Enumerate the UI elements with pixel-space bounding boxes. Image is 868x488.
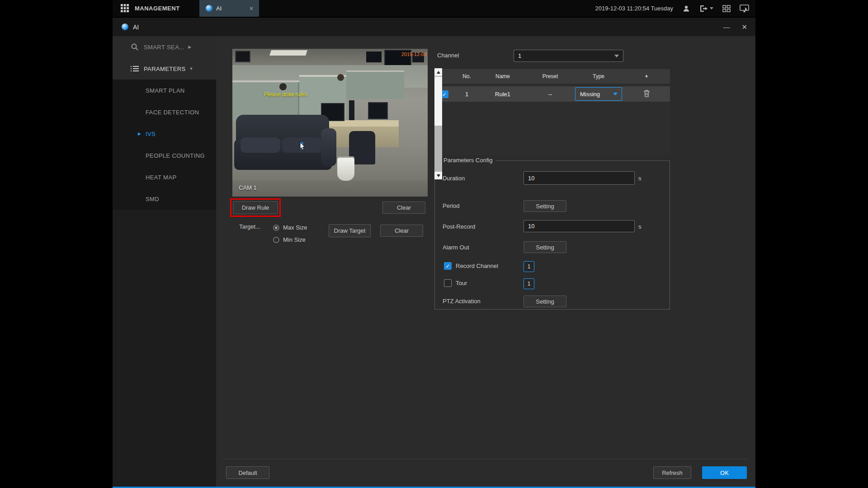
channel-select[interactable]: 1 <box>514 50 623 62</box>
ceiling-light-shape <box>269 50 307 56</box>
ok-button[interactable]: OK <box>702 466 747 479</box>
period-setting-button[interactable]: Setting <box>524 200 566 212</box>
logout-caret-icon <box>710 7 713 9</box>
display-output-icon[interactable] <box>740 5 749 13</box>
tour-label: Tour <box>456 280 467 286</box>
rule-type-select[interactable]: Missing <box>575 87 622 101</box>
selected-arrow-icon: ▶ <box>138 131 141 136</box>
scroll-up-button[interactable] <box>434 68 442 76</box>
alarm-out-setting-button[interactable]: Setting <box>524 241 566 253</box>
camera-preview[interactable]: Please draw rules CAM 1 2019-12-03 <box>232 49 428 197</box>
person-head-shape <box>337 74 344 81</box>
max-size-radio[interactable] <box>273 225 279 231</box>
header-type: Type <box>574 73 623 80</box>
couch-arm-shape <box>321 128 336 166</box>
sidebar-item-smart-plan[interactable]: SMART PLAN <box>113 80 216 101</box>
delete-rule-cell <box>623 90 670 99</box>
minimize-button[interactable]: — <box>723 23 730 31</box>
footer-divider <box>224 459 748 459</box>
sidebar-item-smart-search[interactable]: SMART SEA... ▶ <box>113 36 216 58</box>
datetime: 2019-12-03 11:20:54 Tuesday <box>595 5 673 12</box>
parameters-config-group: Parameters Config Duration s Period Sett… <box>434 160 670 310</box>
multiscreen-icon[interactable] <box>722 5 731 12</box>
window-body: SMART SEA... ▶ PARAMETERS ▼ SMART PLAN <box>113 36 755 487</box>
draw-target-button[interactable]: Draw Target <box>329 224 371 237</box>
scrollbar-thumb[interactable] <box>434 77 442 126</box>
post-record-input[interactable] <box>524 220 635 232</box>
channel-label: Channel <box>437 52 459 59</box>
sidebar-item-label: SMART PLAN <box>146 87 185 94</box>
duration-label: Duration <box>443 175 465 182</box>
sidebar-item-parameters[interactable]: PARAMETERS ▼ <box>113 58 216 80</box>
refresh-button[interactable]: Refresh <box>653 466 691 479</box>
sidebar-item-ivs[interactable]: ▶ IVS <box>113 123 216 145</box>
chevron-down-icon <box>613 93 618 95</box>
clear-rule-button[interactable]: Clear <box>382 202 425 214</box>
alarm-out-label: Alarm Out <box>443 244 469 251</box>
params-scrollbar[interactable] <box>434 68 442 179</box>
arrow-down-icon <box>437 174 440 177</box>
parameters-config-title: Parameters Config <box>440 157 495 164</box>
sidebar: SMART SEA... ▶ PARAMETERS ▼ SMART PLAN <box>113 36 216 487</box>
sidebar-item-people-counting[interactable]: PEOPLE COUNTING <box>113 145 216 166</box>
sidebar-item-label: FACE DETECTION <box>146 109 199 116</box>
record-channel-label: Record Channel <box>456 263 498 269</box>
tour-checkbox[interactable] <box>444 279 452 287</box>
person-head-shape <box>279 83 287 90</box>
arrow-up-icon <box>437 71 440 74</box>
desk-top-shape <box>317 120 399 127</box>
sidebar-item-label: SMART SEA... <box>144 44 184 51</box>
max-size-label: Max Size <box>283 224 307 231</box>
tour-value-button[interactable]: 1 <box>524 278 534 289</box>
target-label: Target... <box>239 223 260 230</box>
chevron-right-icon: ▶ <box>188 45 191 49</box>
close-button[interactable]: ✕ <box>741 23 747 31</box>
header-name: Name <box>479 73 526 80</box>
ai-window: AI — ✕ SMART SEA... ▶ <box>113 18 755 488</box>
sidebar-item-label: HEAT MAP <box>146 174 176 181</box>
wall-tv-shape <box>235 51 250 62</box>
sidebar-item-smd[interactable]: SMD <box>113 188 216 210</box>
management-home[interactable]: MANAGEMENT <box>113 4 180 13</box>
channel-value: 1 <box>518 52 521 59</box>
trash-bin-shape <box>337 156 354 181</box>
ivs-config-panel: Please draw rules CAM 1 2019-12-03 Draw … <box>216 36 755 487</box>
video-timestamp-overlay: 2019-12-03 <box>401 52 427 57</box>
sidebar-item-heat-map[interactable]: HEAT MAP <box>113 166 216 188</box>
mouse-cursor-icon <box>299 142 307 151</box>
duration-input[interactable] <box>524 171 635 185</box>
default-button[interactable]: Default <box>226 466 269 479</box>
floor-shape <box>232 180 428 197</box>
window-titlebar[interactable]: AI — ✕ <box>113 18 755 36</box>
record-channel-checkbox[interactable] <box>444 262 452 270</box>
min-size-radio[interactable] <box>273 237 279 243</box>
rules-table-header: No. Name Preset Type + <box>434 69 670 84</box>
trash-icon[interactable] <box>643 90 650 97</box>
management-grid-icon[interactable] <box>121 4 129 13</box>
screen: MANAGEMENT AI ✕ 2019-12-03 11:20:54 Tues… <box>0 0 868 488</box>
record-channel-value-button[interactable]: 1 <box>524 261 534 272</box>
add-rule-button[interactable]: + <box>623 73 670 80</box>
min-size-label: Min Size <box>283 236 306 243</box>
sidebar-item-face-detection[interactable]: FACE DETECTION <box>113 101 216 123</box>
smart-search-icon <box>131 43 139 51</box>
top-bar: MANAGEMENT AI ✕ 2019-12-03 11:20:54 Tues… <box>113 0 755 17</box>
window-title: AI <box>133 23 139 31</box>
scroll-down-button[interactable] <box>434 172 442 179</box>
sidebar-item-label: PEOPLE COUNTING <box>146 152 205 159</box>
couch-cushion-shape <box>241 137 280 153</box>
tab-close-icon[interactable]: ✕ <box>249 5 254 12</box>
management-label: MANAGEMENT <box>135 5 180 12</box>
table-row[interactable]: 1 Rule1 -- Missing <box>434 86 670 102</box>
ai-sphere-icon <box>206 5 212 12</box>
draw-rules-hint: Please draw rules <box>264 91 307 98</box>
tab-ai[interactable]: AI ✕ <box>199 0 259 17</box>
logout-icon[interactable] <box>699 5 713 12</box>
clear-target-button[interactable]: Clear <box>380 225 423 237</box>
draw-rule-button[interactable]: Draw Rule <box>233 201 278 214</box>
rules-table: No. Name Preset Type + 1 Rule1 -- <box>434 69 670 155</box>
post-record-unit: s <box>638 223 642 230</box>
ptz-setting-button[interactable]: Setting <box>524 296 566 307</box>
window-ai-icon <box>122 23 128 30</box>
user-icon[interactable] <box>682 5 690 13</box>
